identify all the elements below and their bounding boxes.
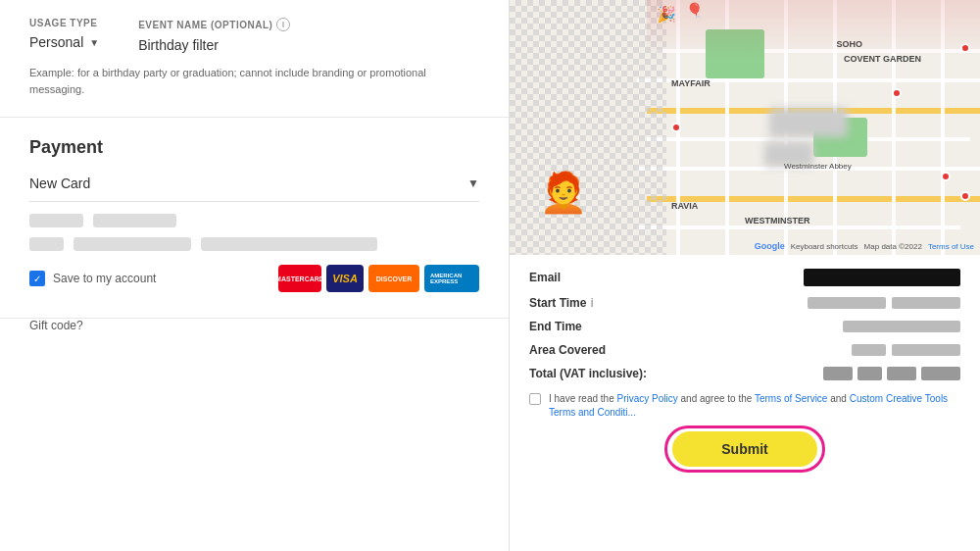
end-time-label: End Time [529, 320, 582, 333]
terms-of-service-link[interactable]: Terms of Service [755, 393, 827, 404]
submit-ring [664, 426, 824, 473]
start-time-info-icon[interactable]: i [590, 296, 593, 310]
area-val-2 [892, 344, 960, 356]
card-select-row[interactable]: New Card ▼ [29, 175, 479, 202]
event-name-info-icon[interactable]: i [276, 18, 290, 31]
map-label-westminster: WESTMINSTER [745, 216, 810, 225]
map-road-v [941, 0, 945, 255]
terms-of-use-link[interactable]: Terms of Use [928, 242, 974, 251]
total-values [823, 367, 960, 380]
map-data-text: Map data ©2022 [864, 242, 922, 251]
map-transport-dot [960, 191, 970, 201]
map-bg: SOHO MAYFAIR WESTMINSTER COVENT GARDEN R… [510, 0, 980, 255]
submit-row: Submit [529, 431, 960, 467]
usage-type-select[interactable]: Personal ▼ [29, 34, 99, 50]
map-road [647, 137, 970, 141]
map-label-abbey: Westminster Abbey [784, 162, 852, 171]
map-label-mayfair: MAYFAIR [671, 78, 710, 88]
google-logo: Google [755, 241, 785, 251]
total-label: Total (VAT inclusive): [529, 367, 647, 380]
card-row-2 [29, 237, 479, 251]
start-time-row: Start Time i [529, 296, 960, 310]
map-green-area [706, 29, 764, 78]
map-label-covent: COVENT GARDEN [844, 54, 921, 64]
discover-logo: DISCOVER [368, 265, 419, 292]
payment-title: Payment [29, 137, 479, 158]
card-logos: MASTERCARD VISA DISCOVER AMERICAN EXPRES… [278, 265, 479, 292]
start-time-value-2 [892, 297, 960, 309]
total-row: Total (VAT inclusive): [529, 367, 960, 380]
end-time-value [843, 321, 960, 332]
amex-logo: AMERICAN EXPRESS [424, 265, 479, 292]
save-account-checkbox[interactable]: ✓ [29, 271, 45, 286]
hint-text: Example: for a birthday party or graduat… [29, 65, 441, 97]
terms-and: and [827, 393, 849, 404]
terms-middle: and agree to the [678, 393, 755, 404]
event-info-section: USAGE TYPE Personal ▼ EVENT NAME (OPTION… [0, 0, 509, 118]
filter-preview [510, 0, 666, 255]
submit-btn-wrapper: Submit [672, 431, 816, 467]
payment-section: Payment New Card ▼ ✓ Save to my account [0, 118, 509, 319]
card-placeholder-3 [29, 237, 64, 251]
privacy-policy-link[interactable]: Privacy Policy [617, 393, 678, 404]
total-val-4 [921, 367, 960, 380]
card-footer-row: ✓ Save to my account MASTERCARD VISA DIS… [29, 265, 479, 292]
map-container: SOHO MAYFAIR WESTMINSTER COVENT GARDEN R… [510, 0, 980, 255]
map-road [637, 225, 960, 229]
map-transport-dot [941, 172, 951, 181]
new-card-label: New Card [29, 175, 90, 191]
map-label-ravia: RAVIA [671, 201, 698, 211]
card-placeholder-5 [201, 237, 377, 251]
end-time-row: End Time [529, 320, 960, 333]
filter-decoration-2: 🎈 [686, 2, 703, 18]
terms-checkbox[interactable] [529, 393, 541, 405]
email-row: Email [529, 269, 960, 286]
card-placeholder-4 [74, 237, 191, 251]
field-row: USAGE TYPE Personal ▼ EVENT NAME (OPTION… [29, 18, 479, 53]
card-select-chevron-icon: ▼ [467, 176, 479, 190]
map-blurred-area [769, 108, 848, 137]
area-covered-row: Area Covered [529, 343, 960, 357]
info-section: Email Start Time i End Time Area Covered [510, 255, 980, 551]
start-time-value-1 [808, 297, 886, 309]
total-val-2 [858, 367, 882, 380]
event-name-label: EVENT NAME (OPTIONAL) i [138, 18, 310, 31]
usage-type-group: USAGE TYPE Personal ▼ [29, 18, 99, 53]
keyboard-shortcuts: Keyboard shortcuts [791, 242, 858, 251]
left-panel: USAGE TYPE Personal ▼ EVENT NAME (OPTION… [0, 0, 510, 551]
email-value [804, 269, 960, 286]
area-val-1 [852, 344, 886, 356]
mastercard-logo: MASTERCARD [278, 265, 321, 292]
card-fields [29, 214, 479, 251]
visa-logo: VISA [326, 265, 364, 292]
start-time-values [808, 297, 960, 309]
map-label-soho: SOHO [836, 39, 862, 49]
bitmoji-character: 🧑‍🦰 [539, 170, 588, 216]
map-road-v [892, 0, 896, 255]
map-transport-dot [960, 43, 970, 53]
usage-type-label: USAGE TYPE [29, 18, 99, 28]
map-attribution: Google Keyboard shortcuts Map data ©2022… [755, 241, 974, 251]
total-val-3 [887, 367, 916, 380]
right-panel: SOHO MAYFAIR WESTMINSTER COVENT GARDEN R… [510, 0, 980, 551]
filter-decoration: 🎉 [657, 5, 676, 24]
gift-code-link[interactable]: Gift code? [0, 319, 509, 342]
map-transport-dot [671, 123, 681, 132]
save-account-label: Save to my account [53, 272, 156, 285]
area-covered-label: Area Covered [529, 343, 606, 357]
map-transport-dot [892, 88, 902, 98]
start-time-label: Start Time i [529, 296, 594, 310]
usage-type-value: Personal [29, 34, 83, 50]
email-label: Email [529, 271, 561, 284]
total-val-1 [823, 367, 853, 380]
card-row-1 [29, 214, 479, 227]
terms-text: I have read the Privacy Policy and agree… [549, 392, 960, 420]
event-name-input[interactable] [138, 37, 310, 53]
usage-type-chevron-icon: ▼ [89, 37, 99, 48]
area-covered-values [852, 344, 960, 356]
event-name-group: EVENT NAME (OPTIONAL) i [138, 18, 310, 53]
card-placeholder-2 [93, 214, 176, 227]
card-placeholder-1 [29, 214, 83, 227]
save-account-row[interactable]: ✓ Save to my account [29, 271, 156, 286]
terms-row: I have read the Privacy Policy and agree… [529, 392, 960, 420]
